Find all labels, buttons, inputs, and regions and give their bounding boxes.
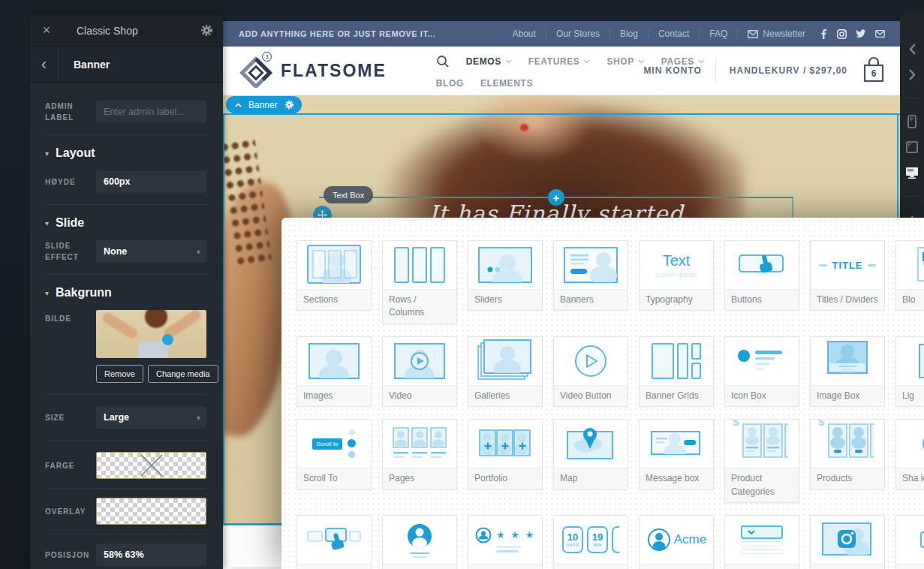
tile-label: Tabs (297, 564, 371, 569)
element-tile[interactable]: Video (382, 336, 457, 407)
facebook-icon[interactable] (820, 29, 828, 39)
remove-button[interactable]: Remove (96, 365, 143, 383)
element-tile[interactable]: Image Box (810, 336, 885, 407)
site-topbar: ADD ANYTHING HERE OR JUST REMOVE IT... A… (223, 21, 900, 47)
back-chevron-icon[interactable]: ‹ (30, 47, 59, 82)
element-tile[interactable]: $Product Categories (724, 419, 799, 503)
topbar-separator (648, 29, 649, 38)
element-tile[interactable]: $Products (810, 419, 885, 489)
size-select[interactable] (96, 406, 206, 429)
banner-element-chip[interactable]: Banner (226, 96, 302, 113)
topbar-link[interactable]: About (513, 29, 536, 39)
topbar-link[interactable]: Blog (620, 29, 638, 39)
nav-item-demos[interactable]: DEMOS (466, 56, 512, 67)
layout-section-header[interactable]: ▾ Layout (45, 146, 206, 160)
size-label: SIZE (45, 412, 96, 423)
slide-effect-select[interactable] (96, 240, 206, 263)
close-icon[interactable]: × (30, 23, 63, 38)
topbar-link[interactable]: Our Stores (556, 29, 600, 39)
nav-item-shop[interactable]: SHOP (606, 56, 644, 67)
change-media-button[interactable]: Change media (148, 365, 218, 383)
tile-label: Buttons (725, 289, 799, 310)
prodcat-icon: $ (725, 420, 799, 468)
instagram-icon[interactable] (837, 29, 847, 39)
tabs-icon (297, 516, 371, 564)
cart-link[interactable]: HANDLEKURV / $297,00 (730, 65, 847, 76)
cart-bag-icon[interactable]: 6 (861, 56, 886, 85)
element-tile[interactable]: Team Member (382, 515, 457, 569)
admin-label-input[interactable] (96, 101, 206, 123)
logo-badge: 3 (262, 52, 272, 62)
element-title: Banner (59, 59, 110, 71)
element-tile[interactable]: Message box (639, 419, 714, 489)
height-input[interactable] (96, 170, 206, 193)
element-tile[interactable]: Sliders (468, 240, 543, 311)
element-tile[interactable]: TextLorem ipsumTypography (639, 240, 714, 311)
element-tile[interactable]: Pages (382, 419, 457, 489)
element-tile[interactable]: Buttons (724, 240, 799, 311)
tile-label: Logo (640, 564, 713, 569)
element-tile[interactable]: Tabs (296, 515, 372, 569)
chevron-right-icon[interactable] (900, 62, 924, 87)
panel-body: ADMIN LABEL ▾ Layout HØYDE ▾ Slide SLIDE… (30, 83, 223, 569)
element-tile[interactable]: Blo (895, 240, 924, 311)
element-tile[interactable]: Map (553, 419, 628, 489)
background-section-header[interactable]: ▾ Bakgrunn (45, 286, 206, 300)
phone-icon[interactable] (900, 109, 924, 134)
twitter-icon[interactable] (856, 29, 866, 38)
element-tile[interactable]: Sea (895, 515, 924, 569)
element-tile[interactable]: Portfolio (468, 419, 543, 489)
tile-label: Portfolio (468, 468, 542, 489)
email-icon[interactable] (875, 30, 885, 38)
topbar-link[interactable]: Contact (658, 29, 689, 39)
element-tile[interactable]: Banners (553, 240, 628, 311)
image-icon (297, 337, 371, 385)
element-tile[interactable]: Sections (296, 240, 372, 311)
newsletter-link[interactable]: Newsletter (748, 29, 805, 39)
element-tile[interactable]: Images (296, 336, 372, 407)
element-tile[interactable]: 10DAYS19MINCountdown (553, 515, 628, 569)
overlay-label: OVERLAY (45, 506, 96, 517)
nav-item-blog[interactable]: BLOG (436, 78, 464, 89)
element-tile[interactable]: Scroll toScroll To (296, 419, 372, 489)
tablet-icon[interactable] (900, 134, 924, 160)
panel-breadcrumb: ‹ Banner (30, 47, 223, 83)
account-link[interactable]: MIN KONTO (643, 65, 701, 76)
tile-label: Sliders (468, 289, 542, 310)
color-swatch[interactable] (96, 452, 206, 479)
desktop-icon[interactable] (900, 160, 924, 185)
element-tile[interactable]: Rows / Columns (382, 240, 457, 324)
gear-icon[interactable] (190, 24, 223, 37)
textbox-element-chip[interactable]: Text Box (324, 186, 373, 203)
element-tile[interactable]: TITLETitles / Dividers (810, 240, 885, 311)
search-icon[interactable] (436, 55, 450, 68)
add-element-button[interactable]: + (548, 189, 564, 206)
chevron-left-icon[interactable] (900, 36, 924, 62)
nav-item-features[interactable]: FEATURES (528, 56, 591, 67)
element-tile[interactable]: AcmeLogo (639, 515, 714, 569)
element-tile[interactable]: Sha ico (895, 419, 924, 489)
position-label: POSISJON (45, 549, 96, 561)
element-tile[interactable]: Icon Box (724, 336, 799, 407)
element-tile[interactable]: Instagram feed (810, 515, 885, 569)
element-tile[interactable]: Galleries (468, 336, 543, 407)
banner-chip-label: Banner (248, 100, 278, 110)
overlay-swatch[interactable] (96, 498, 206, 525)
focal-point-dot[interactable] (162, 334, 173, 345)
cart-count-badge: 6 (861, 65, 886, 81)
topbar-links: AboutOur StoresBlogContactFAQNewsletter (513, 29, 885, 39)
slide-section-header[interactable]: ▾ Slide (45, 216, 206, 230)
position-input[interactable] (96, 543, 206, 566)
portfolio-icon (468, 420, 542, 468)
element-tile[interactable]: Accordion (724, 515, 799, 569)
element-tile[interactable]: Video Button (553, 336, 628, 407)
topbar-message: ADD ANYTHING HERE OR JUST REMOVE IT... (239, 29, 513, 38)
background-image-thumbnail[interactable] (96, 310, 206, 358)
nav-item-elements[interactable]: ELEMENTS (480, 78, 533, 89)
element-tile[interactable]: ★ ★ ★Testimonials (468, 515, 543, 569)
element-tile[interactable]: Lig (895, 336, 924, 407)
position-row: POSISJON (45, 543, 206, 566)
topbar-link[interactable]: FAQ (709, 29, 727, 39)
brand-logo-link[interactable]: 3 FLATSOME (223, 53, 387, 88)
element-tile[interactable]: Banner Grids (639, 336, 714, 407)
